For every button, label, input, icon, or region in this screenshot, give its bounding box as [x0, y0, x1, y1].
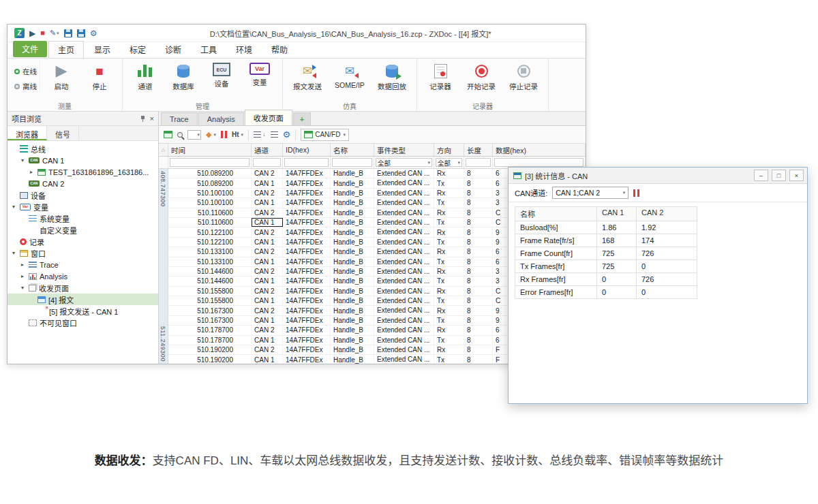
tree-item[interactable]: ▾ Var 变量	[7, 201, 158, 212]
tree-expander[interactable]: ▸	[19, 262, 26, 268]
filter-input-time[interactable]	[170, 158, 249, 167]
pin-icon[interactable]	[140, 115, 146, 123]
data-replay-button[interactable]: 数据回放	[373, 60, 411, 91]
column-header-name[interactable]: 名称	[331, 144, 374, 156]
tree-item[interactable]: 记录	[7, 236, 158, 247]
close-icon[interactable]: ×	[150, 115, 154, 123]
tree-item[interactable]: ▸ Trace	[7, 259, 158, 270]
filter-input-data[interactable]	[494, 158, 584, 167]
filter-input-channel[interactable]	[253, 158, 281, 167]
column-header-data[interactable]: 数据(hex)	[493, 144, 586, 156]
play-icon: ▶	[52, 63, 70, 79]
scroll-to-bottom-button[interactable]: ↓	[254, 131, 266, 138]
filter-input-len[interactable]	[466, 158, 491, 167]
settings-wrench-button[interactable]: ⚙	[90, 29, 97, 37]
tree-expander[interactable]: ▸	[28, 169, 35, 175]
device-button[interactable]: ECU 设备	[204, 60, 239, 89]
tree-item[interactable]: 设备	[7, 189, 158, 201]
tree-item[interactable]: ▾ CAN CAN 1	[7, 155, 158, 166]
filter-select-event[interactable]: 全部 ▾	[376, 158, 432, 167]
pause-statistics-icon[interactable]	[633, 189, 639, 197]
filter-input-name[interactable]	[332, 158, 372, 167]
menu-tab[interactable]: 标定	[121, 42, 155, 58]
document-tab[interactable]: Trace	[161, 112, 198, 125]
channel-button[interactable]: 通道	[128, 60, 162, 91]
trace-cell-channel: CAN 2	[252, 189, 283, 198]
database-button[interactable]: 数据库	[166, 60, 200, 91]
save-all-button[interactable]	[77, 29, 85, 37]
tree-item[interactable]: ▾ 收发页面	[7, 282, 158, 294]
document-tab[interactable]: 收发页面	[245, 110, 292, 125]
variable-button[interactable]: Var 变量	[243, 60, 277, 87]
tree-item-label: CAN 2	[42, 180, 64, 188]
stop-measurement-button[interactable]: ■ 停止	[82, 60, 117, 91]
column-header-id[interactable]: ID(hex)	[283, 144, 331, 156]
edit-button[interactable]: ✎ ▾	[50, 29, 59, 37]
menu-tab[interactable]: 工具	[192, 42, 226, 58]
menu-tab[interactable]: 显示	[85, 42, 119, 58]
tree-item[interactable]: 自定义变量	[7, 224, 158, 236]
channel-filter-dropdown[interactable]: CAN/FD ▾	[301, 129, 349, 141]
tree-item[interactable]: 不可见窗口	[7, 317, 158, 328]
time-scrollbar[interactable]: 408.747300 511.249300	[159, 169, 168, 364]
tree-item[interactable]: [4] 报文	[7, 294, 158, 305]
filter-select-dir[interactable]: 全部 ▾	[436, 158, 462, 167]
search-button[interactable]	[177, 132, 183, 138]
tree-item[interactable]: CAN CAN 2	[7, 178, 158, 189]
document-tab[interactable]: Analysis	[198, 112, 244, 125]
tree-item[interactable]: [5] 报文发送 - CAN 1	[7, 305, 158, 317]
tree-expander[interactable]: ▾	[10, 204, 17, 210]
stop-button[interactable]: ■	[40, 29, 45, 37]
tree-item[interactable]: ▸ TEST_1631861896_163186...	[7, 166, 158, 178]
menu-tab[interactable]: 诊断	[156, 42, 190, 58]
column-list-button[interactable]	[271, 131, 278, 138]
menu-tab[interactable]: 环境	[227, 42, 261, 58]
trace-cell-dir: Rx	[434, 227, 464, 236]
tree-expander[interactable]: ▾	[19, 285, 26, 291]
tree-expander[interactable]: ▾	[10, 250, 17, 256]
menu-tab[interactable]: 文件	[13, 41, 47, 57]
column-header-len[interactable]: 长度	[464, 144, 493, 156]
new-grid-button[interactable]	[164, 131, 172, 138]
tree-item[interactable]: ▸ Analysis	[7, 270, 158, 282]
panel-tab[interactable]: 浏览器	[7, 126, 47, 140]
document-tab[interactable]: +	[293, 112, 311, 125]
channel-select[interactable]: CAN 1;CAN 2 ▾	[552, 187, 628, 199]
tree-expander[interactable]: ▸	[19, 273, 26, 279]
column-header-time[interactable]: 时间	[168, 144, 252, 156]
trace-cell-id: 14A7FFDEx	[283, 326, 331, 334]
recorder-button[interactable]: 记录器	[423, 60, 458, 91]
maximize-button[interactable]: □	[772, 170, 786, 181]
settings-button[interactable]: ⚙	[283, 130, 291, 139]
online-toggle[interactable]: 在线	[14, 66, 37, 76]
start-record-button[interactable]: 开始记录	[462, 60, 500, 91]
column-header-channel[interactable]: 通道	[252, 144, 283, 156]
system-variable-icon	[29, 215, 37, 222]
column-header-dir[interactable]: 方向	[434, 144, 464, 156]
minimize-button[interactable]: –	[754, 170, 768, 181]
marker-dropdown[interactable]: ◆ ▾	[206, 131, 216, 138]
tree-expander[interactable]: ▾	[19, 157, 26, 163]
tree-item[interactable]: 系统变量	[7, 212, 158, 224]
chevron-down-icon: ▾	[241, 132, 244, 138]
tree-item[interactable]: ▾ 窗口	[7, 247, 158, 259]
menu-tab[interactable]: 帮助	[262, 42, 297, 58]
menu-tab[interactable]: 主页	[48, 41, 84, 58]
message-send-button[interactable]: ✉ 报文发送	[288, 60, 327, 91]
run-button[interactable]: ▶	[29, 29, 35, 37]
title-bar[interactable]: Z ▶ ■ ✎ ▾ ⚙ D:\文档位置\CAN_Bus_Analysis_16\…	[7, 25, 586, 42]
start-measurement-button[interactable]: ▶ 启动	[44, 60, 78, 91]
statistics-title-bar[interactable]: [3] 统计信息 - CAN – □ ×	[509, 168, 807, 184]
offline-toggle[interactable]: 离线	[14, 81, 37, 91]
save-button[interactable]	[64, 29, 72, 37]
panel-tab[interactable]: 信号	[47, 126, 79, 140]
tree-item[interactable]: 总线	[7, 143, 158, 155]
time-format-dropdown[interactable]: Ht ▾	[232, 131, 243, 138]
filter-input-id[interactable]	[284, 158, 329, 167]
stop-record-button[interactable]: 停止记录	[504, 60, 543, 91]
someip-button[interactable]: ✉ SOME/IP	[331, 60, 369, 89]
column-header-event[interactable]: 事件类型	[374, 144, 434, 156]
display-mode-dropdown[interactable]: ▾	[187, 130, 201, 140]
pause-button[interactable]	[221, 131, 227, 138]
close-button[interactable]: ×	[789, 170, 804, 181]
